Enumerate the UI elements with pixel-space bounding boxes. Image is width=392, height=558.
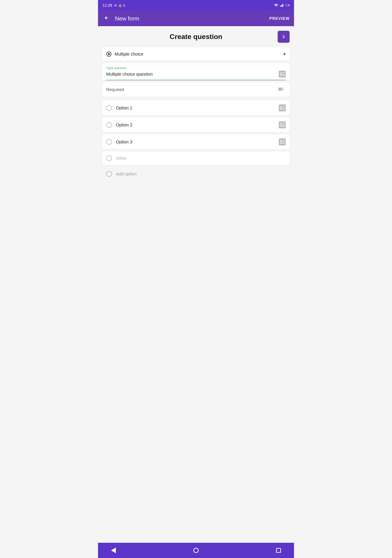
option-3-label: Option 3 bbox=[116, 140, 132, 145]
option-3-left: Option 3 bbox=[106, 139, 132, 145]
radio-filled-icon bbox=[106, 52, 111, 57]
radio-filled-inner bbox=[108, 53, 110, 55]
status-bar-right bbox=[274, 4, 290, 7]
option-2-left: Option 2 bbox=[106, 122, 132, 128]
status-icons: M 🔒 $ bbox=[114, 4, 125, 7]
currency-icon: $ bbox=[123, 4, 125, 7]
recents-nav-button[interactable] bbox=[276, 548, 281, 553]
add-option-label: Add option bbox=[116, 172, 137, 176]
preview-button[interactable]: PREVIEW bbox=[269, 16, 290, 21]
back-button[interactable] bbox=[102, 14, 111, 23]
svg-rect-3 bbox=[282, 5, 282, 7]
svg-rect-6 bbox=[289, 5, 290, 6]
app-bar-left: New form bbox=[102, 14, 139, 23]
next-button[interactable] bbox=[278, 31, 290, 43]
signal-icon bbox=[280, 4, 283, 7]
option-3-image-icon[interactable] bbox=[279, 139, 286, 145]
question-type-card[interactable]: Multiple choice ▾ bbox=[102, 47, 290, 61]
option-2-radio bbox=[106, 122, 112, 128]
question-header: Create question bbox=[102, 33, 290, 41]
svg-rect-1 bbox=[280, 6, 281, 7]
svg-point-17 bbox=[281, 141, 282, 142]
svg-point-13 bbox=[281, 107, 282, 108]
bottom-nav bbox=[98, 543, 294, 558]
recents-square-icon bbox=[276, 548, 281, 553]
svg-point-15 bbox=[281, 124, 282, 125]
svg-point-9 bbox=[281, 73, 282, 74]
question-text-field[interactable]: Multiple choice question bbox=[106, 72, 153, 77]
option-3-radio bbox=[106, 139, 112, 145]
other-radio bbox=[106, 155, 112, 161]
field-input-row: Multiple choice question bbox=[106, 71, 286, 80]
question-type-label: Multiple choice bbox=[115, 52, 143, 57]
option-2-row[interactable]: Option 2 bbox=[102, 117, 290, 132]
required-toggle[interactable] bbox=[278, 86, 286, 93]
option-1-label: Option 1 bbox=[116, 105, 132, 111]
svg-point-0 bbox=[276, 6, 277, 7]
question-type-row[interactable]: Multiple choice ▾ bbox=[106, 47, 286, 61]
status-bar: 12:28 M 🔒 $ bbox=[98, 0, 294, 11]
option-1-radio bbox=[106, 105, 112, 111]
content-area: Create question Multiple choice ▾ Type q… bbox=[98, 26, 294, 543]
svg-rect-7 bbox=[286, 5, 289, 6]
back-triangle-icon bbox=[111, 548, 116, 553]
wifi-icon bbox=[274, 4, 278, 7]
add-option-row[interactable]: Add option bbox=[102, 167, 290, 181]
gmail-icon: M bbox=[114, 4, 117, 7]
dropdown-arrow-icon: ▾ bbox=[283, 51, 286, 57]
question-image-icon[interactable] bbox=[279, 71, 286, 78]
required-label: Required bbox=[106, 87, 124, 92]
svg-point-11 bbox=[278, 87, 282, 91]
option-1-row[interactable]: Option 1 bbox=[102, 100, 290, 115]
svg-rect-2 bbox=[281, 5, 281, 7]
add-option-radio bbox=[106, 171, 112, 177]
other-label: Other bbox=[116, 156, 127, 161]
question-field-card: Type question Multiple choice question bbox=[102, 63, 290, 80]
option-1-left: Option 1 bbox=[106, 105, 132, 111]
field-label: Type question bbox=[106, 66, 286, 70]
svg-rect-4 bbox=[283, 4, 283, 7]
required-row: Required bbox=[102, 82, 290, 97]
app-bar: New form PREVIEW bbox=[98, 11, 294, 26]
battery-icon bbox=[285, 4, 290, 7]
home-circle-icon bbox=[193, 548, 199, 553]
option-1-image-icon[interactable] bbox=[279, 105, 286, 111]
option-2-image-icon[interactable] bbox=[279, 122, 286, 128]
page-title: Create question bbox=[170, 33, 222, 41]
other-row[interactable]: Other bbox=[102, 151, 290, 165]
option-3-row[interactable]: Option 3 bbox=[102, 134, 290, 149]
home-nav-button[interactable] bbox=[193, 548, 199, 553]
app-title: New form bbox=[115, 15, 139, 22]
status-bar-left: 12:28 M 🔒 $ bbox=[102, 3, 125, 8]
option-2-label: Option 2 bbox=[116, 122, 132, 128]
status-time: 12:28 bbox=[102, 3, 112, 8]
back-nav-button[interactable] bbox=[111, 548, 116, 553]
lock-icon: 🔒 bbox=[118, 4, 122, 7]
question-type-left: Multiple choice bbox=[106, 52, 143, 57]
